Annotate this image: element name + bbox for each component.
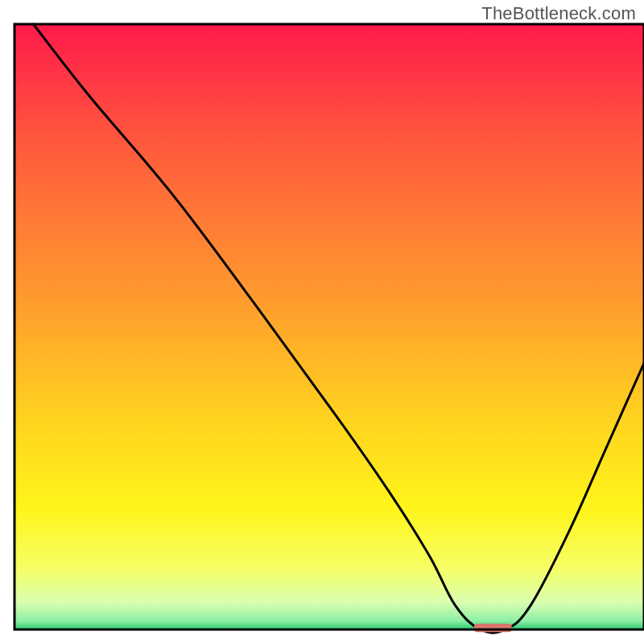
optimal-marker bbox=[474, 624, 512, 633]
watermark-text: TheBottleneck.com bbox=[481, 3, 636, 24]
plot-background bbox=[14, 24, 644, 630]
bottleneck-chart bbox=[0, 0, 644, 644]
chart-stage: TheBottleneck.com bbox=[0, 0, 644, 644]
